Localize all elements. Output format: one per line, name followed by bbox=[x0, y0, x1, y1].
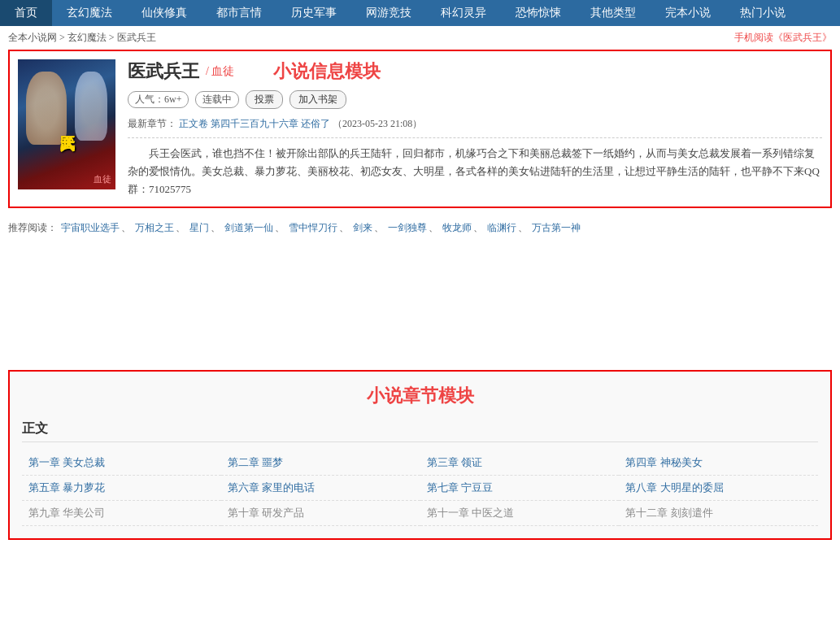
chapter-link-3[interactable]: 第三章 领证 bbox=[427, 456, 482, 468]
latest-chapter-link[interactable]: 正文卷 第四千三百九十六章 还俗了 bbox=[179, 118, 330, 129]
breadcrumb-home[interactable]: 全本小说网 bbox=[8, 32, 57, 43]
nav-item-kehuan[interactable]: 科幻灵异 bbox=[426, 0, 501, 26]
chapter-module-label: 小说章节模块 bbox=[22, 384, 818, 408]
recommend-item-9[interactable]: 万古第一神 bbox=[532, 222, 581, 233]
info-module: 医武兵王 血徒 医武兵王 / 血徒 小说信息模块 人气：6w+ 连载中 投票 加… bbox=[8, 50, 832, 208]
chapter-link-10[interactable]: 第十章 研发产品 bbox=[228, 507, 304, 519]
chapter-link-8[interactable]: 第八章 大明星的委屈 bbox=[625, 481, 723, 494]
add-shelf-button[interactable]: 加入书架 bbox=[289, 90, 346, 109]
breadcrumb-current: 医武兵王 bbox=[117, 32, 156, 43]
recommend-item-7[interactable]: 牧龙师 bbox=[442, 222, 472, 233]
breadcrumb-sep2: > bbox=[109, 32, 117, 43]
chapter-link-6[interactable]: 第六章 家里的电话 bbox=[228, 481, 315, 494]
chapter-item-5: 第五章 暴力萝花 bbox=[22, 476, 221, 501]
main-nav: 首页 玄幻魔法 仙侠修真 都市言情 历史军事 网游竞技 科幻灵异 恐怖惊悚 其他… bbox=[0, 0, 840, 26]
recommend-item-4[interactable]: 雪中悍刀行 bbox=[289, 222, 337, 233]
chapter-item-11: 第十一章 中医之道 bbox=[420, 501, 620, 526]
breadcrumb-sep1: > bbox=[59, 32, 67, 43]
chapter-section-title: 正文 bbox=[22, 420, 818, 442]
status-tag: 连载中 bbox=[195, 91, 239, 108]
nav-item-wanben[interactable]: 完本小说 bbox=[651, 0, 725, 26]
nav-item-dushi[interactable]: 都市言情 bbox=[202, 0, 276, 26]
cover-author: 血徒 bbox=[94, 173, 111, 185]
chapter-link-12[interactable]: 第十二章 刻刻遣件 bbox=[625, 507, 712, 519]
recommend-bar: 推荐阅读： 宇宙职业选手、 万相之王、 星门、 剑道第一仙、 雪中悍刀行、 剑来… bbox=[0, 216, 840, 240]
chapter-item-1: 第一章 美女总裁 bbox=[22, 450, 221, 476]
vote-button[interactable]: 投票 bbox=[246, 90, 283, 109]
recommend-label: 推荐阅读： bbox=[8, 222, 57, 233]
book-meta: 人气：6w+ 连载中 投票 加入书架 bbox=[128, 90, 822, 109]
chapter-grid: 第一章 美女总裁 第二章 噩梦 第三章 领证 第四章 神秘美女 第五章 暴力萝花… bbox=[22, 450, 818, 526]
chapter-link-1[interactable]: 第一章 美女总裁 bbox=[28, 456, 105, 468]
chapter-item-12: 第十二章 刻刻遣件 bbox=[619, 501, 818, 526]
recommend-item-6[interactable]: 一剑独尊 bbox=[388, 222, 427, 233]
chapter-link-2[interactable]: 第二章 噩梦 bbox=[228, 456, 283, 468]
recommend-item-5[interactable]: 剑来 bbox=[353, 222, 372, 233]
nav-item-remen[interactable]: 热门小说 bbox=[725, 0, 800, 26]
recommend-item-1[interactable]: 万相之王 bbox=[135, 222, 174, 233]
breadcrumb-category[interactable]: 玄幻魔法 bbox=[67, 32, 107, 43]
book-author[interactable]: / 血徒 bbox=[206, 64, 234, 79]
chapter-link-9[interactable]: 第九章 华美公司 bbox=[28, 507, 105, 519]
popularity-tag: 人气：6w+ bbox=[128, 91, 189, 108]
nav-item-xuanhuan[interactable]: 玄幻魔法 bbox=[52, 0, 127, 26]
latest-prefix: 最新章节： bbox=[128, 118, 176, 129]
recommend-item-3[interactable]: 剑道第一仙 bbox=[224, 222, 273, 233]
chapter-module: 小说章节模块 正文 第一章 美女总裁 第二章 噩梦 第三章 领证 第四章 神秘美… bbox=[8, 370, 832, 540]
recommend-item-8[interactable]: 临渊行 bbox=[487, 222, 516, 233]
nav-item-home[interactable]: 首页 bbox=[0, 0, 52, 26]
nav-item-wangyou[interactable]: 网游竞技 bbox=[351, 0, 426, 26]
chapter-link-4[interactable]: 第四章 神秘美女 bbox=[625, 456, 702, 468]
chapter-item-9: 第九章 华美公司 bbox=[22, 501, 221, 526]
nav-item-kongbu[interactable]: 恐怖惊悚 bbox=[501, 0, 576, 26]
chapter-item-2: 第二章 噩梦 bbox=[221, 450, 420, 476]
recommend-item-0[interactable]: 宇宙职业选手 bbox=[61, 222, 120, 233]
chapter-link-11[interactable]: 第十一章 中医之道 bbox=[427, 507, 514, 519]
info-module-label: 小说信息模块 bbox=[273, 59, 381, 84]
chapter-link-7[interactable]: 第七章 宁豆豆 bbox=[427, 481, 493, 494]
chapter-link-5[interactable]: 第五章 暴力萝花 bbox=[28, 481, 105, 494]
recommend-item-2[interactable]: 星门 bbox=[189, 222, 209, 233]
chapter-item-4: 第四章 神秘美女 bbox=[619, 450, 818, 476]
nav-item-lishi[interactable]: 历史军事 bbox=[276, 0, 351, 26]
chapter-item-10: 第十章 研发产品 bbox=[221, 501, 420, 526]
mobile-read-link[interactable]: 手机阅读《医武兵王》 bbox=[734, 31, 832, 45]
latest-date: （2023-05-23 21:08） bbox=[333, 118, 422, 129]
book-info: 医武兵王 / 血徒 小说信息模块 人气：6w+ 连载中 投票 加入书架 最新章节… bbox=[128, 59, 822, 198]
chapter-item-8: 第八章 大明星的委屈 bbox=[619, 476, 818, 501]
breadcrumb: 全本小说网 > 玄幻魔法 > 医武兵王 bbox=[8, 31, 156, 45]
chapter-item-7: 第七章 宁豆豆 bbox=[420, 476, 620, 501]
latest-chapter: 最新章节： 正文卷 第四千三百九十六章 还俗了 （2023-05-23 21:0… bbox=[128, 117, 822, 131]
spacer bbox=[0, 240, 840, 370]
chapter-item-3: 第三章 领证 bbox=[420, 450, 620, 476]
nav-item-xianxia[interactable]: 仙侠修真 bbox=[127, 0, 202, 26]
book-description: 兵王会医武，谁也挡不住！被开除出部队的兵王陆轩，回归都市，机缘巧合之下和美丽总裁… bbox=[128, 137, 822, 198]
book-cover: 医武兵王 血徒 bbox=[18, 59, 115, 189]
chapter-item-6: 第六章 家里的电话 bbox=[221, 476, 420, 501]
breadcrumb-bar: 全本小说网 > 玄幻魔法 > 医武兵王 手机阅读《医武兵王》 bbox=[0, 26, 840, 50]
book-title: 医武兵王 bbox=[128, 59, 199, 84]
nav-item-qita[interactable]: 其他类型 bbox=[576, 0, 651, 26]
